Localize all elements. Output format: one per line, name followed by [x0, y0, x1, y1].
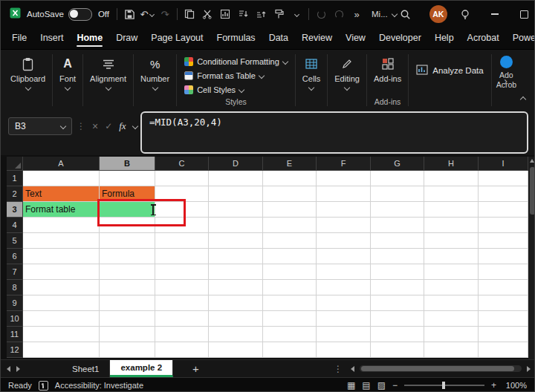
cell-B3[interactable] — [100, 202, 155, 218]
editing-group-button[interactable]: Editing — [329, 51, 365, 109]
cell-G12[interactable] — [371, 342, 424, 358]
cell-A11[interactable] — [23, 327, 100, 342]
cell-G9[interactable] — [371, 295, 424, 311]
confirm-entry-icon[interactable]: ✓ — [105, 121, 112, 131]
cell-A9[interactable] — [23, 295, 100, 311]
column-header-C[interactable]: C — [155, 157, 209, 171]
cell-I2[interactable] — [479, 186, 528, 202]
row-header-7[interactable]: 7 — [7, 264, 23, 280]
cell-D10[interactable] — [209, 311, 263, 327]
menu-tab-formulas[interactable]: Formulas — [210, 28, 262, 49]
cell-A8[interactable] — [23, 280, 100, 295]
row-header-5[interactable]: 5 — [7, 233, 23, 249]
horizontal-scrollbar-thumb[interactable] — [361, 366, 514, 371]
zoom-slider[interactable] — [404, 385, 484, 386]
cell-C3[interactable] — [155, 202, 209, 218]
analyze-data-button[interactable]: Analyze Data — [410, 60, 489, 81]
cell-B4[interactable] — [100, 218, 155, 233]
cell-I5[interactable] — [479, 233, 528, 249]
zoom-out-icon[interactable]: − — [392, 380, 398, 391]
page-break-view-icon[interactable]: ▨ — [377, 381, 386, 390]
sort-descending-icon[interactable] — [236, 4, 250, 24]
cell-F1[interactable] — [317, 171, 371, 186]
column-header-H[interactable]: H — [424, 157, 479, 171]
cell-E5[interactable] — [263, 233, 317, 249]
cell-H1[interactable] — [424, 171, 479, 186]
cancel-entry-icon[interactable]: × — [92, 120, 98, 132]
cell-C6[interactable] — [155, 249, 209, 264]
cell-F6[interactable] — [317, 249, 371, 264]
row-header-10[interactable]: 10 — [7, 311, 23, 327]
cell-H4[interactable] — [424, 218, 479, 233]
cell-I6[interactable] — [479, 249, 528, 264]
cell-C7[interactable] — [155, 264, 209, 280]
cell-E10[interactable] — [263, 311, 317, 327]
cell-C12[interactable] — [155, 342, 209, 358]
page-layout-view-icon[interactable]: ▤ — [362, 381, 370, 390]
avatar[interactable]: AK — [429, 5, 447, 23]
cell-I10[interactable] — [479, 311, 528, 327]
cell-C2[interactable] — [155, 186, 209, 202]
cell-H11[interactable] — [424, 327, 479, 342]
excel-app-icon[interactable] — [10, 7, 21, 22]
undo-button[interactable]: ↶ — [140, 4, 155, 24]
cell-I4[interactable] — [479, 218, 528, 233]
cell-F9[interactable] — [317, 295, 371, 311]
cell-D12[interactable] — [209, 342, 263, 358]
cell-A5[interactable] — [23, 233, 100, 249]
cell-styles-button[interactable]: Cell Styles — [184, 82, 288, 97]
menu-tab-power-pivot[interactable]: Power Pivot — [506, 28, 535, 49]
cell-H7[interactable] — [424, 264, 479, 280]
cell-A6[interactable] — [23, 249, 100, 264]
vertical-scrollbar-thumb[interactable] — [530, 167, 535, 215]
accessibility-checker-icon[interactable] — [39, 381, 48, 391]
menu-tab-draw[interactable]: Draw — [109, 28, 144, 49]
previous-sheet-arrow-icon[interactable] — [7, 366, 10, 372]
cell-B2[interactable]: Formula — [100, 186, 155, 202]
insert-function-icon[interactable]: fx — [119, 120, 126, 132]
cell-F5[interactable] — [317, 233, 371, 249]
cell-E12[interactable] — [263, 342, 317, 358]
column-header-E[interactable]: E — [263, 157, 317, 171]
cell-B8[interactable] — [100, 280, 155, 295]
cell-E8[interactable] — [263, 280, 317, 295]
row-header-8[interactable]: 8 — [7, 280, 23, 295]
scroll-up-arrow-icon[interactable] — [530, 159, 534, 163]
cell-H12[interactable] — [424, 342, 479, 358]
cell-F10[interactable] — [317, 311, 371, 327]
sort-ascending-icon[interactable] — [253, 4, 268, 24]
cell-I11[interactable] — [479, 327, 528, 342]
row-header-9[interactable]: 9 — [7, 295, 23, 311]
redo-button[interactable]: ↷ — [158, 4, 172, 24]
cell-H5[interactable] — [424, 233, 479, 249]
cell-G2[interactable] — [371, 186, 424, 202]
cell-A1[interactable] — [23, 171, 100, 186]
cell-E1[interactable] — [263, 171, 317, 186]
vertical-scrollbar[interactable] — [528, 157, 535, 359]
cell-C11[interactable] — [155, 327, 209, 342]
menu-tab-data[interactable]: Data — [262, 28, 295, 49]
cell-E7[interactable] — [263, 264, 317, 280]
search-icon[interactable] — [398, 4, 413, 24]
column-header-F[interactable]: F — [317, 157, 371, 171]
cells-group-button[interactable]: Cells — [297, 51, 325, 109]
sync-icon[interactable] — [331, 4, 346, 24]
menu-tab-help[interactable]: Help — [428, 28, 461, 49]
menu-tab-developer[interactable]: Developer — [372, 28, 428, 49]
cell-D8[interactable] — [209, 280, 263, 295]
cell-I9[interactable] — [479, 295, 528, 311]
format-as-table-button[interactable]: Format as Table — [184, 68, 288, 82]
cell-B1[interactable] — [100, 171, 155, 186]
row-header-12[interactable]: 12 — [7, 342, 23, 358]
minimize-button[interactable] — [480, 1, 510, 27]
next-sheet-arrow-icon[interactable] — [16, 366, 20, 372]
scroll-left-arrow-icon[interactable] — [351, 366, 354, 372]
cell-B5[interactable] — [100, 233, 155, 249]
cell-D1[interactable] — [209, 171, 263, 186]
more-commands-chevron-icon[interactable]: » — [349, 4, 364, 24]
font-group-button[interactable]: A Font — [54, 51, 81, 109]
cell-H3[interactable] — [424, 202, 479, 218]
cell-D2[interactable] — [209, 186, 263, 202]
column-header-A[interactable]: A — [23, 157, 100, 171]
cell-C1[interactable] — [155, 171, 209, 186]
